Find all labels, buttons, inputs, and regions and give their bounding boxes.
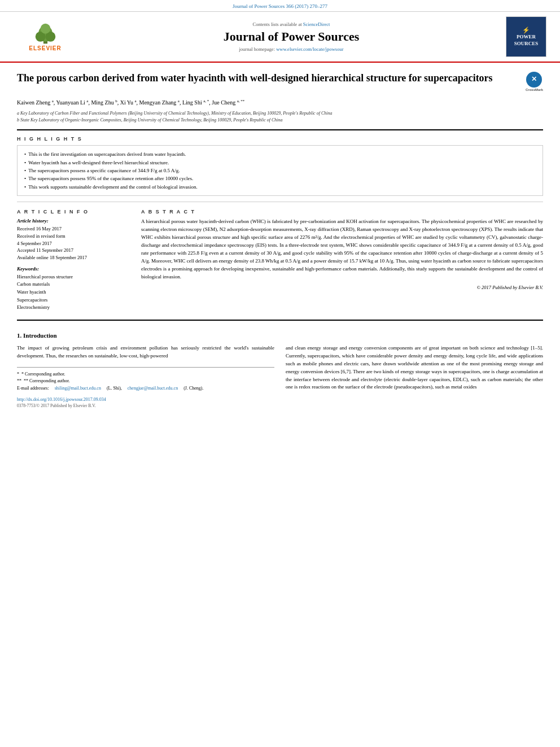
keyword-3: Water hyacinth: [17, 289, 130, 296]
article-content: The porous carbon derived from water hya…: [0, 63, 560, 408]
sciencedirect-link[interactable]: ScienceDirect: [303, 21, 330, 27]
affiliation-b: b State Key Laboratory of Organic-Inorga…: [17, 117, 543, 124]
keyword-5: Electrochemistry: [17, 304, 130, 312]
doi-url[interactable]: http://dx.doi.org/10.1016/j.jpowsour.201…: [17, 397, 106, 402]
keyword-1: Hierarchical porous structure: [17, 273, 130, 281]
journal-badge: ⚡ POWER SOURCES: [504, 16, 549, 57]
highlights-heading: H I G H L I G H T S: [17, 136, 543, 142]
intro-heading: 1. Introduction: [17, 332, 543, 339]
email-link-cheng[interactable]: chengjue@mail.buct.edu.cn: [128, 385, 178, 392]
highlight-2: Water hyacinth has a well-designed three…: [24, 159, 536, 167]
affiliations: a Key Laboratory of Carbon Fiber and Fun…: [17, 110, 543, 124]
article-title-row: The porous carbon derived from water hya…: [17, 72, 543, 93]
available-online: Available online 18 September 2017: [17, 254, 130, 261]
divider-mid: [17, 202, 543, 202]
sciencedirect-line: Contents lists available at ScienceDirec…: [85, 21, 498, 27]
journal-citation: Journal of Power Sources 366 (2017) 270–…: [233, 3, 327, 9]
crossmark-wrapper: ✕ CrossMark: [526, 72, 543, 93]
article-title-text: The porous carbon derived from water hya…: [17, 72, 520, 85]
intro-text-left: The impact of growing petroleum crisis a…: [17, 344, 274, 360]
journal-url-link[interactable]: www.elsevier.com/locate/jpowsour: [276, 46, 343, 52]
keyword-4: Supercapacitors: [17, 296, 130, 304]
power-sources-icon: ⚡ POWER SOURCES: [506, 16, 546, 57]
authors-line: Kaiwen Zheng a, Yuanyuan Li a, Ming Zhu …: [17, 98, 543, 107]
elsevier-tree-icon: [30, 23, 61, 45]
revised-date: 4 September 2017: [17, 240, 130, 247]
header-center: Contents lists available at ScienceDirec…: [79, 21, 504, 52]
highlight-5: This work supports sustainable developme…: [24, 183, 536, 191]
keywords-label: Keywords:: [17, 266, 130, 272]
affiliation-a: a Key Laboratory of Carbon Fiber and Fun…: [17, 110, 543, 117]
article-info-col: A R T I C L E I N F O Article history: R…: [17, 209, 130, 312]
publisher-logo: ELSEVIER: [11, 23, 79, 51]
highlights-box: This is the first investigation on super…: [17, 145, 543, 196]
history-label: Article history:: [17, 218, 130, 224]
abstract-text: A hierarchical porous water hyacinth-der…: [141, 218, 543, 281]
footnote-star1: * * Corresponding author.: [17, 371, 274, 378]
highlight-1: This is the first investigation on super…: [24, 150, 536, 158]
highlight-4: The supercapacitors possess 95% of the c…: [24, 174, 536, 182]
intro-two-col: The impact of growing petroleum crisis a…: [17, 344, 543, 408]
divider-bottom: [17, 320, 543, 321]
footnote-star2: ** ** Corresponding author.: [17, 378, 274, 385]
abstract-col: A B S T R A C T A hierarchical porous wa…: [141, 209, 543, 312]
svg-point-4: [40, 23, 50, 33]
journal-info-bar: Journal of Power Sources 366 (2017) 270–…: [0, 0, 560, 12]
doi-link: http://dx.doi.org/10.1016/j.jpowsour.201…: [17, 397, 274, 402]
journal-title: Journal of Power Sources: [85, 29, 498, 44]
highlight-3: The supercapacitors possess a specific c…: [24, 167, 536, 174]
received-date: Received 16 May 2017: [17, 225, 130, 233]
intro-col-right: and clean energy storage and energy conv…: [286, 344, 543, 408]
footnotes: * * Corresponding author. ** ** Correspo…: [17, 367, 274, 392]
divider-top: [17, 129, 543, 130]
revised-label: Received in revised form: [17, 233, 130, 240]
issn-line: 0378-7753/© 2017 Published by Elsevier B…: [17, 403, 274, 408]
intro-col-left: The impact of growing petroleum crisis a…: [17, 344, 274, 408]
highlights-section: H I G H L I G H T S This is the first in…: [17, 136, 543, 196]
article-info-abstract: A R T I C L E I N F O Article history: R…: [17, 209, 543, 312]
abstract-heading: A B S T R A C T: [141, 209, 543, 215]
keyword-2: Carbon materials: [17, 281, 130, 289]
copyright-line: © 2017 Published by Elsevier B.V.: [141, 285, 543, 290]
journal-header: ELSEVIER Contents lists available at Sci…: [0, 12, 560, 63]
accepted-date: Accepted 11 September 2017: [17, 247, 130, 254]
intro-text-right: and clean energy storage and energy conv…: [286, 344, 543, 392]
elsevier-brand: ELSEVIER: [29, 45, 61, 51]
introduction-section: 1. Introduction The impact of growing pe…: [17, 332, 543, 408]
footnote-email: E-mail addresses: shiling@mail.buct.edu.…: [17, 385, 274, 392]
article-info-heading: A R T I C L E I N F O: [17, 209, 130, 215]
crossmark-icon: ✕: [526, 72, 542, 88]
journal-homepage-line: journal homepage: www.elsevier.com/locat…: [85, 46, 498, 52]
email-link-shi[interactable]: shiling@mail.buct.edu.cn: [55, 385, 101, 392]
